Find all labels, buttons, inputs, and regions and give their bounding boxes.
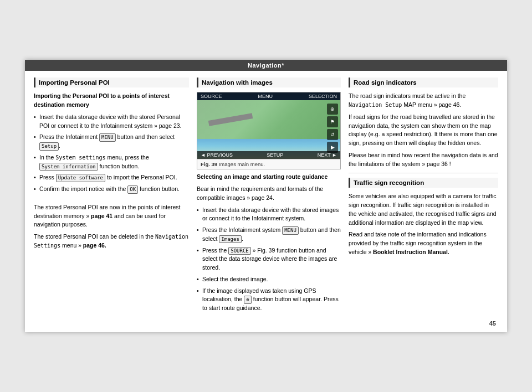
nav-selection-label: SELECTION [309, 94, 337, 99]
nav-screen-container: SOURCE MENU SELECTION ⊕ ⚑ ↺ ▶ ◄ PREVI [197, 92, 341, 169]
nav-bottom-bar: ◄ PREVIOUS SETUP NEXT ► [197, 151, 340, 159]
setup-btn-label: Setup [39, 142, 59, 151]
road-sign-para3: Please bear in mind how recent the navig… [349, 151, 498, 169]
right-column: Road sign indicators The road sign indic… [349, 78, 498, 316]
system-info-btn: System information [39, 163, 98, 171]
traffic-sign-section-header: Traffic sign recognition [349, 178, 498, 188]
middle-para1: Bear in mind the requirements and format… [197, 185, 341, 203]
left-section-header: Importing Personal POI [34, 78, 189, 87]
fig-caption: Fig. 39 Images main menu. [197, 159, 340, 169]
middle-bullet-3: Press the SOURCE » Fig. 39 function butt… [197, 246, 341, 272]
nav-side-icons: ⊕ ⚑ ↺ ▶ [327, 104, 338, 153]
middle-bullet-2: Press the Infotainment system MENU butto… [197, 226, 341, 244]
middle-section-header: Navigation with images [197, 78, 341, 87]
middle-bullet-1: Insert the data storage device with the … [197, 206, 341, 224]
left-bullet-3: In the System settings menu, press the S… [34, 153, 189, 171]
images-btn: Images [219, 235, 242, 244]
road-sign-title: Road sign indicators [354, 79, 417, 86]
nav-map-area [197, 100, 340, 139]
left-section-title: Importing Personal POI [39, 79, 110, 86]
road-graphic [208, 113, 253, 126]
nav-icon-zoom-in: ⊕ [327, 104, 338, 115]
nav-icon-route: ▶ [327, 142, 338, 153]
left-bullet-2: Press the Infotainment MENU button and t… [34, 133, 189, 151]
middle-bullet-5: If the image displayed was taken using G… [197, 287, 341, 313]
menu-btn-label: MENU [99, 133, 116, 142]
nav-screen: SOURCE MENU SELECTION ⊕ ⚑ ↺ ▶ ◄ PREVI [197, 92, 340, 159]
road-sign-section-header: Road sign indicators [349, 78, 498, 87]
traffic-sign-para2: Read and take note of the information an… [349, 230, 498, 256]
nav-icon-refresh: ↺ [327, 129, 338, 140]
nav-source-label: SOURCE [201, 94, 222, 99]
traffic-sign-title: Traffic sign recognition [354, 179, 424, 186]
page-number: 45 [489, 320, 496, 327]
fig-number: Fig. 39 [201, 161, 217, 167]
header-title: Navigation* [248, 62, 284, 69]
nav-func-btn: ⊕ [244, 296, 251, 304]
left-bullet-5: Confirm the import notice with the OK fu… [34, 185, 189, 194]
left-column: Importing Personal POI Importing the Per… [34, 78, 189, 316]
section-divider [349, 173, 498, 173]
nav-next-btn: NEXT ► [318, 152, 337, 158]
middle-bullet-4: Select the desired image. [197, 275, 341, 284]
page-header: Navigation* [25, 60, 507, 71]
left-para1: The stored Personal POI are now in the p… [34, 203, 189, 229]
menu-btn-2: MENU [282, 226, 299, 235]
nav-top-bar: SOURCE MENU SELECTION [197, 92, 340, 100]
traffic-sign-para1: Some vehicles are also equipped with a c… [349, 192, 498, 227]
fig-text: Images main menu. [219, 161, 265, 167]
nav-menu-label: MENU [258, 94, 273, 99]
middle-column: Navigation with images SOURCE MENU SELEC… [197, 78, 341, 316]
left-bullet-4: Press Update software to import the Pers… [34, 173, 189, 182]
left-bullet-1: Insert the data storage device with the … [34, 113, 189, 131]
ok-btn: OK [127, 185, 138, 194]
nav-icon-flag: ⚑ [327, 116, 338, 127]
road-sign-para1: The road sign indicators must be active … [349, 92, 498, 110]
road-sign-para2: If road signs for the road being travell… [349, 113, 498, 148]
nav-setup-btn: SETUP [267, 152, 283, 158]
update-sw-btn: Update software [56, 174, 105, 182]
source-btn: SOURCE [228, 247, 251, 255]
left-intro: Importing the Personal POI to a points o… [34, 92, 189, 110]
content-area: Importing Personal POI Importing the Per… [25, 71, 507, 332]
middle-section-title: Navigation with images [202, 79, 273, 86]
page: Navigation* Importing Personal POI Impor… [25, 60, 507, 332]
nav-prev-btn: ◄ PREVIOUS [201, 152, 233, 158]
middle-subheading: Selecting an image and starting route gu… [197, 173, 341, 182]
left-para2: The stored Personal POI can be deleted i… [34, 233, 189, 250]
